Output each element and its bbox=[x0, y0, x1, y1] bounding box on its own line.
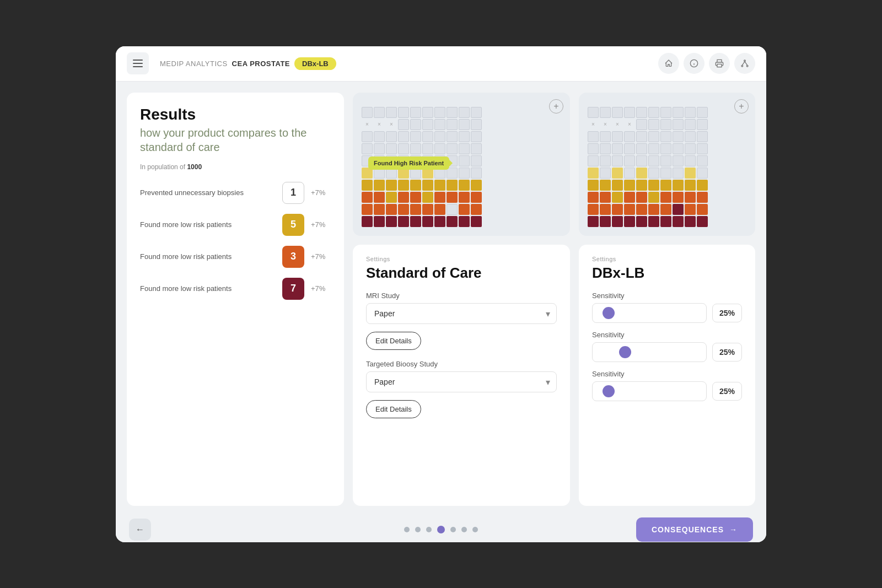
slider-track-1[interactable] bbox=[592, 303, 707, 323]
result-badge: 5 bbox=[282, 214, 304, 236]
info-button[interactable] bbox=[684, 53, 704, 74]
grid-cell bbox=[386, 180, 397, 191]
grid-row: ××× bbox=[362, 119, 561, 130]
grid-cell bbox=[660, 131, 671, 142]
grid-cell: × bbox=[362, 119, 373, 130]
svg-line-7 bbox=[742, 62, 745, 66]
grid-cell bbox=[434, 204, 445, 215]
grid-cell bbox=[447, 107, 458, 118]
grid-row bbox=[588, 216, 746, 227]
result-pct: +7% bbox=[311, 220, 331, 229]
grid-cell bbox=[588, 216, 599, 227]
consequences-button[interactable]: CONSEQUENCES → bbox=[636, 517, 753, 542]
product-name: CEA PROSTATE bbox=[232, 60, 290, 68]
grid-cell bbox=[410, 119, 421, 130]
slider-thumb-2[interactable] bbox=[619, 346, 631, 358]
grid-cell bbox=[612, 155, 623, 166]
left-zoom-button[interactable]: + bbox=[549, 99, 563, 114]
grid-row bbox=[362, 131, 561, 142]
grid-cell bbox=[660, 107, 671, 118]
grid-cell bbox=[648, 192, 659, 203]
grid-cell bbox=[459, 180, 470, 191]
sens3-label: Sensitivity bbox=[592, 370, 742, 378]
grid-cell bbox=[648, 168, 659, 179]
menu-icon bbox=[133, 60, 143, 67]
svg-rect-3 bbox=[717, 64, 722, 67]
grid-cell bbox=[422, 131, 433, 142]
grid-cell bbox=[636, 143, 647, 154]
pagination-dot-1[interactable] bbox=[415, 527, 421, 532]
pagination-dot-5[interactable] bbox=[461, 527, 467, 532]
menu-button[interactable] bbox=[127, 52, 149, 74]
grid-cell bbox=[648, 180, 659, 191]
grid-cell bbox=[697, 216, 708, 227]
grid-cell bbox=[685, 168, 696, 179]
result-row: Prevented unnecessary biopsies1+7% bbox=[140, 182, 331, 204]
grid-cell bbox=[410, 192, 421, 203]
back-button[interactable]: ← bbox=[129, 519, 151, 541]
grid-cell bbox=[471, 168, 482, 179]
grid-row bbox=[362, 216, 561, 227]
app-window: MEDIP ANALYTICS CEA PROSTATE DBx-LB + bbox=[116, 46, 766, 542]
print-button[interactable] bbox=[709, 53, 730, 74]
sens1-label: Sensitivity bbox=[592, 292, 742, 300]
result-row: Found more low risk patients3+7% bbox=[140, 246, 331, 268]
pagination-dot-3[interactable] bbox=[437, 526, 445, 533]
slider-thumb-1[interactable] bbox=[603, 307, 615, 319]
grid-cell bbox=[422, 107, 433, 118]
result-badge: 1 bbox=[282, 182, 304, 204]
grid-cell bbox=[685, 192, 696, 203]
grid-cell bbox=[471, 180, 482, 191]
pagination-dot-0[interactable] bbox=[404, 527, 410, 532]
grid-cell bbox=[685, 143, 696, 154]
grid-cell bbox=[471, 143, 482, 154]
grid-cell bbox=[588, 131, 599, 142]
grid-cell bbox=[398, 204, 409, 215]
right-zoom-button[interactable]: + bbox=[734, 99, 749, 114]
pagination-dot-2[interactable] bbox=[426, 527, 432, 532]
edit-details-button-2[interactable]: Edit Details bbox=[366, 400, 421, 418]
network-button[interactable] bbox=[734, 53, 755, 74]
grid-cell bbox=[697, 204, 708, 215]
grid-cell bbox=[588, 204, 599, 215]
sens2-label: Sensitivity bbox=[592, 331, 742, 339]
main-content: + Found High Risk Patient ××× + ×××× Res… bbox=[116, 82, 766, 517]
grid-cell bbox=[410, 180, 421, 191]
grid-cell bbox=[624, 131, 635, 142]
grid-cell bbox=[447, 119, 458, 130]
grid-cell bbox=[398, 119, 409, 130]
grid-cell bbox=[459, 131, 470, 142]
grid-cell bbox=[410, 131, 421, 142]
grid-cell bbox=[636, 131, 647, 142]
grid-cell bbox=[459, 107, 470, 118]
share-button[interactable] bbox=[658, 53, 679, 74]
edit-details-button-1[interactable]: Edit Details bbox=[366, 332, 421, 350]
grid-cell bbox=[386, 107, 397, 118]
grid-row bbox=[588, 168, 746, 179]
grid-cell bbox=[600, 204, 611, 215]
results-subtitle: how your product compares to the standar… bbox=[140, 126, 331, 154]
grid-row bbox=[588, 155, 746, 166]
pagination-dot-6[interactable] bbox=[472, 527, 478, 532]
grid-cell bbox=[612, 168, 623, 179]
grid-cell bbox=[447, 143, 458, 154]
grid-cell bbox=[471, 204, 482, 215]
grid-cell bbox=[697, 155, 708, 166]
mri-select[interactable]: Paper bbox=[366, 303, 557, 324]
grid-cell bbox=[600, 192, 611, 203]
brand-name: MEDIP ANALYTICS bbox=[160, 60, 228, 68]
result-row: Found more low risk patients5+7% bbox=[140, 214, 331, 236]
slider-track-2[interactable] bbox=[592, 342, 707, 362]
grid-cell bbox=[362, 192, 373, 203]
slider-track-3[interactable] bbox=[592, 381, 707, 401]
biopsy-select[interactable]: Paper bbox=[366, 371, 557, 392]
grid-cell bbox=[660, 204, 671, 215]
result-label: Found more low risk patients bbox=[140, 220, 276, 229]
result-label: Found more low risk patients bbox=[140, 284, 276, 293]
grid-cell bbox=[648, 143, 659, 154]
grid-cell bbox=[648, 107, 659, 118]
slider-thumb-3[interactable] bbox=[603, 385, 615, 397]
grid-row bbox=[588, 180, 746, 191]
grid-cell bbox=[459, 204, 470, 215]
pagination-dot-4[interactable] bbox=[450, 527, 456, 532]
